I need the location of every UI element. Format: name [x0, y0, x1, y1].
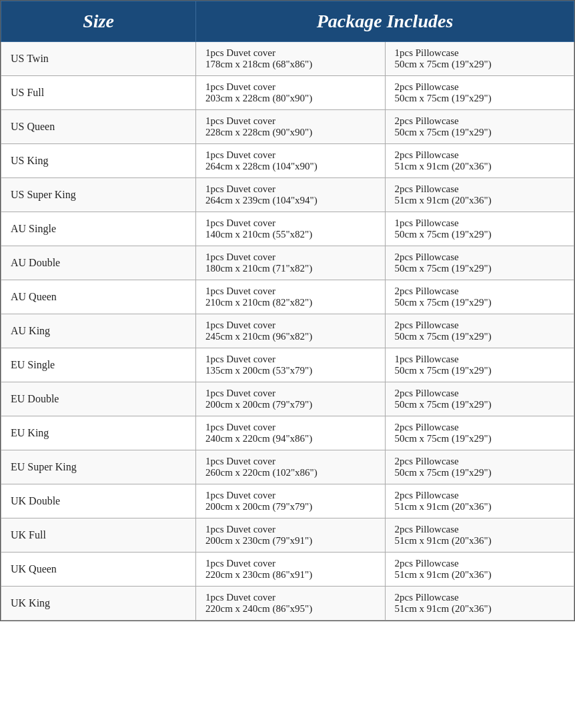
pillowcase-label: 2pcs Pillowcase	[395, 490, 564, 501]
duvet-cover-label: 1pcs Duvet cover	[205, 490, 375, 501]
duvet-cover-cell: 1pcs Duvet cover220cm x 240cm (86"x95")	[196, 587, 385, 621]
pillowcase-cell: 2pcs Pillowcase50cm x 75cm (19"x29")	[385, 76, 574, 110]
size-cell: AU Single	[1, 212, 196, 246]
duvet-cover-label: 1pcs Duvet cover	[205, 354, 375, 365]
table-row: AU Double1pcs Duvet cover180cm x 210cm (…	[1, 246, 574, 280]
table-row: EU Single1pcs Duvet cover135cm x 200cm (…	[1, 348, 574, 382]
table-row: EU King1pcs Duvet cover240cm x 220cm (94…	[1, 416, 574, 450]
size-cell: UK King	[1, 587, 196, 621]
header-row: Size Package Includes	[1, 1, 574, 42]
pillowcase-cell: 2pcs Pillowcase51cm x 91cm (20"x36")	[385, 518, 574, 553]
duvet-cover-dimensions: 210cm x 210cm (82"x82")	[205, 297, 375, 308]
duvet-cover-cell: 1pcs Duvet cover200cm x 200cm (79"x79")	[196, 382, 385, 416]
pillowcase-cell: 1pcs Pillowcase50cm x 75cm (19"x29")	[385, 212, 574, 246]
pillowcase-label: 2pcs Pillowcase	[395, 252, 564, 263]
pillowcase-dimensions: 50cm x 75cm (19"x29")	[395, 297, 564, 308]
duvet-cover-label: 1pcs Duvet cover	[205, 218, 375, 229]
table-row: EU Double1pcs Duvet cover200cm x 200cm (…	[1, 382, 574, 416]
duvet-cover-cell: 1pcs Duvet cover264cm x 228cm (104"x90")	[196, 144, 385, 178]
size-cell: US Twin	[1, 42, 196, 76]
pillowcase-dimensions: 50cm x 75cm (19"x29")	[395, 229, 564, 240]
pillowcase-label: 1pcs Pillowcase	[395, 47, 564, 59]
duvet-cover-cell: 1pcs Duvet cover200cm x 200cm (79"x79")	[196, 484, 385, 518]
duvet-cover-cell: 1pcs Duvet cover135cm x 200cm (53"x79")	[196, 348, 385, 382]
pillowcase-cell: 2pcs Pillowcase50cm x 75cm (19"x29")	[385, 110, 574, 144]
pillowcase-cell: 2pcs Pillowcase51cm x 91cm (20"x36")	[385, 587, 574, 621]
duvet-cover-label: 1pcs Duvet cover	[205, 422, 375, 433]
pillowcase-dimensions: 50cm x 75cm (19"x29")	[395, 467, 564, 478]
pillowcase-label: 2pcs Pillowcase	[395, 81, 564, 93]
duvet-cover-label: 1pcs Duvet cover	[205, 456, 375, 467]
size-cell: EU King	[1, 416, 196, 450]
pillowcase-cell: 2pcs Pillowcase50cm x 75cm (19"x29")	[385, 280, 574, 314]
header-package: Package Includes	[196, 1, 574, 42]
duvet-cover-cell: 1pcs Duvet cover210cm x 210cm (82"x82")	[196, 280, 385, 314]
duvet-cover-dimensions: 200cm x 230cm (79"x91")	[205, 535, 375, 547]
size-cell: AU Queen	[1, 280, 196, 314]
pillowcase-cell: 2pcs Pillowcase51cm x 91cm (20"x36")	[385, 144, 574, 178]
pillowcase-cell: 2pcs Pillowcase51cm x 91cm (20"x36")	[385, 484, 574, 518]
table-row: US Full1pcs Duvet cover203cm x 228cm (80…	[1, 76, 574, 110]
duvet-cover-dimensions: 200cm x 200cm (79"x79")	[205, 399, 375, 410]
size-cell: US Full	[1, 76, 196, 110]
duvet-cover-label: 1pcs Duvet cover	[205, 252, 375, 263]
table-row: US Super King1pcs Duvet cover264cm x 239…	[1, 178, 574, 212]
pillowcase-dimensions: 51cm x 91cm (20"x36")	[395, 569, 564, 581]
pillowcase-dimensions: 51cm x 91cm (20"x36")	[395, 501, 564, 512]
size-chart-table: Size Package Includes US Twin1pcs Duvet …	[1, 1, 574, 621]
size-cell: US Queen	[1, 110, 196, 144]
pillowcase-cell: 2pcs Pillowcase50cm x 75cm (19"x29")	[385, 314, 574, 348]
duvet-cover-dimensions: 264cm x 228cm (104"x90")	[205, 161, 375, 172]
pillowcase-label: 2pcs Pillowcase	[395, 149, 564, 161]
table-row: UK Full1pcs Duvet cover200cm x 230cm (79…	[1, 518, 574, 553]
pillowcase-label: 2pcs Pillowcase	[395, 524, 564, 535]
pillowcase-dimensions: 51cm x 91cm (20"x36")	[395, 603, 564, 615]
duvet-cover-cell: 1pcs Duvet cover203cm x 228cm (80"x90")	[196, 76, 385, 110]
duvet-cover-cell: 1pcs Duvet cover220cm x 230cm (86"x91")	[196, 553, 385, 587]
duvet-cover-label: 1pcs Duvet cover	[205, 524, 375, 535]
duvet-cover-dimensions: 180cm x 210cm (71"x82")	[205, 263, 375, 274]
duvet-cover-dimensions: 260cm x 220cm (102"x86")	[205, 467, 375, 478]
pillowcase-label: 2pcs Pillowcase	[395, 388, 564, 399]
size-cell: EU Super King	[1, 450, 196, 484]
pillowcase-label: 2pcs Pillowcase	[395, 115, 564, 127]
pillowcase-dimensions: 51cm x 91cm (20"x36")	[395, 535, 564, 547]
table-row: US Twin1pcs Duvet cover178cm x 218cm (68…	[1, 42, 574, 76]
pillowcase-label: 2pcs Pillowcase	[395, 592, 564, 603]
pillowcase-cell: 1pcs Pillowcase50cm x 75cm (19"x29")	[385, 42, 574, 76]
pillowcase-label: 1pcs Pillowcase	[395, 354, 564, 365]
pillowcase-cell: 1pcs Pillowcase50cm x 75cm (19"x29")	[385, 348, 574, 382]
duvet-cover-dimensions: 200cm x 200cm (79"x79")	[205, 501, 375, 512]
duvet-cover-dimensions: 203cm x 228cm (80"x90")	[205, 93, 375, 104]
duvet-cover-label: 1pcs Duvet cover	[205, 149, 375, 161]
table-row: EU Super King1pcs Duvet cover260cm x 220…	[1, 450, 574, 484]
size-cell: AU Double	[1, 246, 196, 280]
duvet-cover-dimensions: 178cm x 218cm (68"x86")	[205, 59, 375, 70]
size-cell: US King	[1, 144, 196, 178]
duvet-cover-cell: 1pcs Duvet cover228cm x 228cm (90"x90")	[196, 110, 385, 144]
pillowcase-label: 2pcs Pillowcase	[395, 184, 564, 195]
size-cell: UK Queen	[1, 553, 196, 587]
pillowcase-dimensions: 51cm x 91cm (20"x36")	[395, 161, 564, 172]
duvet-cover-label: 1pcs Duvet cover	[205, 592, 375, 603]
duvet-cover-label: 1pcs Duvet cover	[205, 558, 375, 569]
pillowcase-label: 2pcs Pillowcase	[395, 422, 564, 433]
size-chart-container: Size Package Includes US Twin1pcs Duvet …	[0, 0, 575, 621]
pillowcase-dimensions: 50cm x 75cm (19"x29")	[395, 93, 564, 104]
pillowcase-cell: 2pcs Pillowcase50cm x 75cm (19"x29")	[385, 382, 574, 416]
size-cell: EU Double	[1, 382, 196, 416]
duvet-cover-cell: 1pcs Duvet cover180cm x 210cm (71"x82")	[196, 246, 385, 280]
pillowcase-dimensions: 50cm x 75cm (19"x29")	[395, 263, 564, 274]
pillowcase-dimensions: 50cm x 75cm (19"x29")	[395, 59, 564, 70]
duvet-cover-dimensions: 228cm x 228cm (90"x90")	[205, 127, 375, 138]
duvet-cover-label: 1pcs Duvet cover	[205, 115, 375, 127]
table-row: UK Double1pcs Duvet cover200cm x 200cm (…	[1, 484, 574, 518]
duvet-cover-dimensions: 220cm x 240cm (86"x95")	[205, 603, 375, 615]
size-cell: US Super King	[1, 178, 196, 212]
pillowcase-cell: 2pcs Pillowcase50cm x 75cm (19"x29")	[385, 246, 574, 280]
pillowcase-cell: 2pcs Pillowcase50cm x 75cm (19"x29")	[385, 450, 574, 484]
duvet-cover-cell: 1pcs Duvet cover260cm x 220cm (102"x86")	[196, 450, 385, 484]
table-row: AU King1pcs Duvet cover245cm x 210cm (96…	[1, 314, 574, 348]
duvet-cover-label: 1pcs Duvet cover	[205, 320, 375, 331]
duvet-cover-dimensions: 245cm x 210cm (96"x82")	[205, 331, 375, 342]
